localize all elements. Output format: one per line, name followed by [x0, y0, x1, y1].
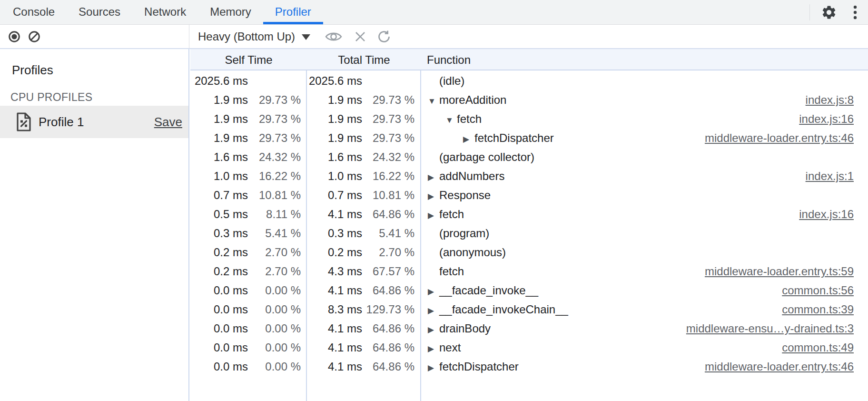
total-time-cell: 0.3 ms5.41 %	[307, 224, 422, 243]
tab-profiler[interactable]: Profiler	[263, 0, 323, 24]
source-location-link[interactable]: middleware-loader.entry.ts:59	[705, 262, 854, 281]
column-divider[interactable]	[420, 49, 421, 401]
percent-value: 2.70 %	[362, 243, 414, 262]
self-time-cell: 0.0 ms0.00 %	[190, 281, 307, 300]
tabbar-divider	[809, 4, 810, 20]
time-value: 2025.6 ms	[307, 71, 362, 90]
table-row[interactable]: 0.0 ms0.00 %8.3 ms129.73 %▶__facade_invo…	[190, 300, 868, 319]
refresh-icon[interactable]	[377, 30, 391, 44]
table-row[interactable]: 0.7 ms10.81 %0.7 ms10.81 %▶Response	[190, 186, 868, 205]
source-location-link[interactable]: common.ts:49	[782, 338, 854, 357]
source-location-link[interactable]: index.js:8	[806, 90, 854, 110]
time-value: 4.1 ms	[307, 319, 362, 338]
expand-down-arrow-icon[interactable]: ▼	[445, 111, 457, 130]
expand-right-arrow-icon[interactable]: ▶	[428, 301, 439, 321]
percent-value: 129.73 %	[362, 300, 414, 319]
table-row[interactable]: 1.9 ms29.73 %1.9 ms29.73 %▼moreAdditioni…	[190, 90, 868, 110]
self-time-cell: 0.3 ms5.41 %	[190, 224, 307, 243]
time-value: 4.1 ms	[307, 338, 362, 357]
total-time-cell: 1.6 ms24.32 %	[307, 148, 422, 167]
profile-list-item[interactable]: Profile 1 Save	[0, 106, 188, 138]
source-location-link[interactable]: middleware-loader.entry.ts:46	[705, 357, 854, 376]
record-icon[interactable]	[8, 30, 20, 43]
expand-right-arrow-icon[interactable]: ▶	[428, 187, 439, 206]
kebab-menu-icon[interactable]	[847, 3, 863, 22]
function-cell: ▶__facade_invokeChain__common.ts:39	[422, 300, 868, 319]
expand-right-arrow-icon[interactable]: ▶	[428, 282, 439, 301]
total-time-cell: 0.2 ms2.70 %	[307, 243, 422, 262]
settings-gear-icon[interactable]	[819, 3, 838, 22]
percent-value: 29.73 %	[362, 110, 414, 129]
clear-icon[interactable]	[28, 30, 40, 43]
focus-eye-icon[interactable]	[325, 30, 343, 43]
percent-value: 16.22 %	[248, 167, 301, 186]
total-time-cell: 2025.6 ms	[307, 71, 422, 90]
table-row[interactable]: 0.0 ms0.00 %4.1 ms64.86 %▶__facade_invok…	[190, 281, 868, 300]
table-row[interactable]: 1.0 ms16.22 %1.0 ms16.22 %▶addNumbersind…	[190, 167, 868, 186]
percent-value: 29.73 %	[248, 110, 301, 129]
column-header-total-time[interactable]: Total Time	[307, 49, 421, 70]
tab-console[interactable]: Console	[1, 0, 67, 24]
tab-sources[interactable]: Sources	[67, 0, 132, 24]
time-value: 0.0 ms	[190, 357, 248, 376]
expand-down-arrow-icon[interactable]: ▼	[428, 92, 439, 111]
total-time-cell: 8.3 ms129.73 %	[307, 300, 422, 319]
total-time-cell: 4.1 ms64.86 %	[307, 338, 422, 357]
expand-right-arrow-icon[interactable]: ▶	[428, 168, 439, 187]
profile-document-icon	[15, 112, 32, 132]
table-row[interactable]: 0.2 ms2.70 %0.2 ms2.70 %(anonymous)	[190, 243, 868, 262]
expand-right-arrow-icon[interactable]: ▶	[463, 130, 474, 149]
table-row[interactable]: 0.5 ms8.11 %4.1 ms64.86 %▶fetchindex.js:…	[190, 205, 868, 224]
total-time-cell: 4.1 ms64.86 %	[307, 357, 422, 376]
function-name: Response	[439, 189, 491, 201]
table-row[interactable]: 0.0 ms0.00 %4.1 ms64.86 %▶nextcommon.ts:…	[190, 338, 868, 357]
tabbar-right-controls	[809, 0, 863, 24]
save-profile-link[interactable]: Save	[154, 115, 182, 130]
source-location-link[interactable]: middleware-loader.entry.ts:46	[705, 129, 854, 148]
tab-network[interactable]: Network	[132, 0, 198, 24]
column-header-function[interactable]: Function	[421, 49, 868, 70]
percent-value: 64.86 %	[362, 319, 414, 338]
table-row[interactable]: 0.0 ms0.00 %4.1 ms64.86 %▶fetchDispatche…	[190, 357, 868, 376]
percent-value: 8.11 %	[248, 205, 301, 224]
close-icon[interactable]	[354, 30, 366, 43]
expand-right-arrow-icon[interactable]: ▶	[428, 359, 439, 378]
column-divider[interactable]	[306, 49, 307, 401]
time-value: 0.7 ms	[307, 186, 362, 205]
source-location-link[interactable]: common.ts:39	[782, 300, 854, 319]
function-name: (idle)	[439, 74, 464, 87]
table-row[interactable]: 2025.6 ms2025.6 ms(idle)	[190, 71, 868, 90]
function-name: fetchDispatcher	[474, 131, 554, 144]
expand-right-arrow-icon[interactable]: ▶	[428, 340, 439, 359]
expand-right-arrow-icon[interactable]: ▶	[428, 206, 439, 225]
percent-value: 10.81 %	[248, 186, 301, 205]
table-row[interactable]: 0.0 ms0.00 %4.1 ms64.86 %▶drainBodymiddl…	[190, 319, 868, 338]
source-location-link[interactable]: middleware-ensu…y-drained.ts:3	[686, 319, 854, 338]
dropdown-caret-icon[interactable]	[302, 34, 310, 40]
table-row[interactable]: 0.2 ms2.70 %4.3 ms67.57 %fetchmiddleware…	[190, 262, 868, 281]
table-row[interactable]: 1.9 ms29.73 %1.9 ms29.73 %▶fetchDispatch…	[190, 129, 868, 148]
table-row[interactable]: 0.3 ms5.41 %0.3 ms5.41 %(program)	[190, 224, 868, 243]
profiler-toolbar: Heavy (Bottom Up)	[0, 25, 868, 49]
view-mode-dropdown[interactable]: Heavy (Bottom Up)	[198, 30, 295, 43]
column-header-self-time[interactable]: Self Time	[190, 49, 307, 70]
expand-right-arrow-icon[interactable]: ▶	[428, 321, 439, 340]
total-time-cell: 4.1 ms64.86 %	[307, 319, 422, 338]
profiles-sidebar: Profiles CPU PROFILES Profile 1 Save	[0, 49, 189, 401]
total-time-cell: 1.9 ms29.73 %	[307, 90, 422, 110]
time-value: 0.0 ms	[190, 300, 248, 319]
tab-memory[interactable]: Memory	[198, 0, 263, 24]
table-row[interactable]: 1.9 ms29.73 %1.9 ms29.73 %▼fetchindex.js…	[190, 110, 868, 129]
function-cell: ▼moreAdditionindex.js:8	[422, 90, 868, 110]
time-value: 1.0 ms	[307, 167, 362, 186]
total-time-cell: 1.9 ms29.73 %	[307, 110, 422, 129]
source-location-link[interactable]: index.js:1	[806, 167, 854, 186]
table-row[interactable]: 1.6 ms24.32 %1.6 ms24.32 %(garbage colle…	[190, 148, 868, 167]
source-location-link[interactable]: index.js:16	[799, 205, 854, 224]
cpu-profiles-section-label: CPU PROFILES	[10, 91, 188, 104]
self-time-cell: 1.0 ms16.22 %	[190, 167, 307, 186]
function-cell: ▼fetchindex.js:16	[422, 110, 868, 129]
source-location-link[interactable]: index.js:16	[799, 110, 854, 129]
percent-value: 2.70 %	[248, 243, 301, 262]
source-location-link[interactable]: common.ts:56	[782, 281, 854, 300]
